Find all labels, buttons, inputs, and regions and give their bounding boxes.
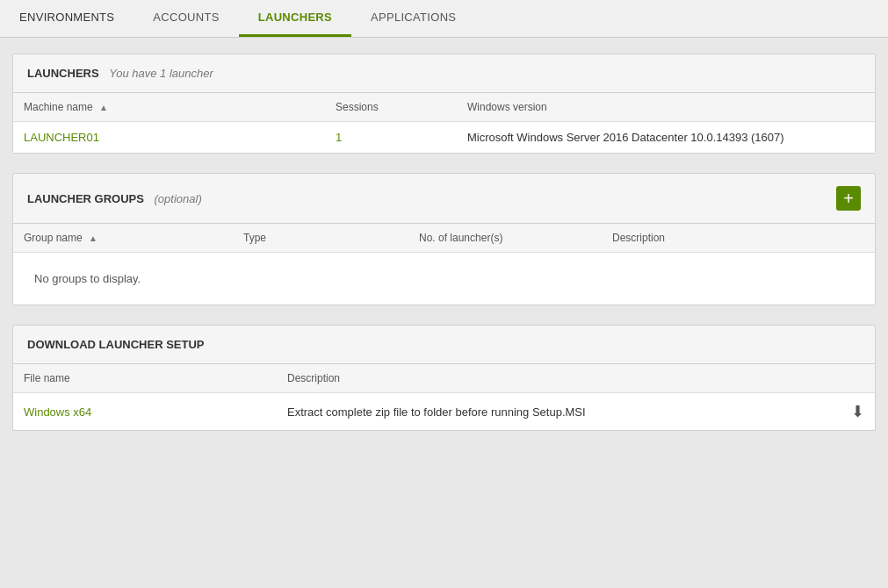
col-header-type: Type [233,224,408,253]
col-header-download-action [840,364,875,393]
launcher-sessions-link[interactable]: 1 [336,131,342,144]
table-row: LAUNCHER01 1 Microsoft Windows Server 20… [13,122,875,154]
tab-applications[interactable]: APPLICATIONS [351,0,475,37]
add-launcher-group-button[interactable]: + [836,186,861,211]
launchers-card: LAUNCHERS You have 1 launcher Machine na… [12,54,876,154]
launcher-groups-subtitle: (optional) [155,192,202,205]
download-action-cell: ⬇ [840,393,875,431]
launchers-table-header-row: Machine name ▲ Sessions Windows version [13,93,875,122]
launcher-windows-version: Microsoft Windows Server 2016 Datacenter… [457,122,875,154]
launcher-groups-title: LAUNCHER GROUPS [27,192,144,205]
sort-arrow-group-name: ▲ [89,233,97,243]
launcher-groups-header-text: LAUNCHER GROUPS (optional) [27,192,202,205]
col-header-file-description: Description [277,364,840,393]
col-header-description: Description [602,224,875,253]
download-file-name: Windows x64 [13,393,277,431]
col-header-windows-version: Windows version [457,93,875,122]
tab-accounts[interactable]: ACCOUNTS [134,0,238,37]
launcher-groups-card-header: LAUNCHER GROUPS (optional) + [13,174,875,224]
table-row: No groups to display. [13,253,875,305]
launcher-sessions: 1 [325,122,457,154]
download-table: File name Description Windows x64 Extrac… [13,364,875,430]
launchers-table: Machine name ▲ Sessions Windows version … [13,93,875,153]
launcher-machine-link[interactable]: LAUNCHER01 [24,131,99,144]
launcher-machine-name: LAUNCHER01 [13,122,325,154]
col-header-sessions: Sessions [325,93,457,122]
col-header-group-name[interactable]: Group name ▲ [13,224,233,253]
col-header-file-name: File name [13,364,277,393]
download-file-link[interactable]: Windows x64 [24,405,91,419]
tab-bar: ENVIRONMENTS ACCOUNTS LAUNCHERS APPLICAT… [0,0,888,38]
download-file-description: Extract complete zip file to folder befo… [277,393,840,431]
col-header-num-launchers: No. of launcher(s) [408,224,602,253]
launcher-groups-empty-message: No groups to display. [13,253,875,305]
download-table-header-row: File name Description [13,364,875,393]
launcher-groups-table: Group name ▲ Type No. of launcher(s) Des… [13,224,875,305]
main-content: LAUNCHERS You have 1 launcher Machine na… [0,38,888,447]
launchers-card-header: LAUNCHERS You have 1 launcher [13,54,875,93]
download-title: DOWNLOAD LAUNCHER SETUP [27,338,205,351]
download-button[interactable]: ⬇ [850,402,864,421]
launcher-groups-header-row: Group name ▲ Type No. of launcher(s) Des… [13,224,875,253]
launchers-title: LAUNCHERS [27,67,99,80]
download-launcher-card: DOWNLOAD LAUNCHER SETUP File name Descri… [12,325,876,431]
tab-launchers[interactable]: LAUNCHERS [239,0,351,37]
launcher-groups-card: LAUNCHER GROUPS (optional) + Group name … [12,173,876,305]
table-row: Windows x64 Extract complete zip file to… [13,393,875,431]
launchers-header-text: LAUNCHERS You have 1 launcher [27,67,213,80]
sort-arrow-machine: ▲ [99,103,108,112]
tab-environments[interactable]: ENVIRONMENTS [0,0,134,37]
download-card-header: DOWNLOAD LAUNCHER SETUP [13,326,875,364]
launchers-subtitle: You have 1 launcher [109,67,213,80]
col-header-machine-name[interactable]: Machine name ▲ [13,93,325,122]
